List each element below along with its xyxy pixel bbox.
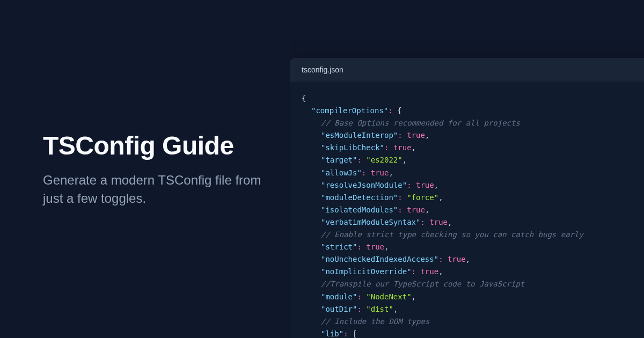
code-token-colon: : <box>412 267 421 276</box>
code-token-key: "allowJs" <box>321 168 362 177</box>
code-token-comma: , <box>384 243 389 251</box>
code-token-comma: , <box>393 305 398 313</box>
code-token-str: "es2022" <box>366 156 402 164</box>
code-line: "strict": true, <box>302 241 643 253</box>
code-token-comma: , <box>389 168 393 177</box>
page-title: TSConfig Guide <box>43 131 268 160</box>
code-token-key: "compilerOptions" <box>311 106 388 115</box>
code-token-bool: true <box>416 181 434 189</box>
code-line: "target": "es2022", <box>302 154 643 166</box>
code-token-comment: // Base Options recommended for all proj… <box>321 119 520 127</box>
code-token-key: "verbatimModuleSyntax" <box>321 218 420 226</box>
code-token-bool: true <box>366 243 384 251</box>
code-token-comma: , <box>438 267 443 276</box>
code-line: "noImplicitOverride": true, <box>302 266 643 278</box>
code-token-brace: { <box>302 94 306 102</box>
editor-panel: tsconfig.json {"compilerOptions": {// Ba… <box>290 0 644 338</box>
code-token-comma: , <box>438 193 443 202</box>
code-token-str: "dist" <box>366 305 393 313</box>
code-token-comma: , <box>448 218 452 226</box>
code-token-key: "skipLibCheck" <box>321 143 384 152</box>
code-line: "verbatimModuleSyntax": true, <box>302 216 643 229</box>
code-line: { <box>302 92 643 105</box>
code-line: "skipLibCheck": true, <box>302 142 643 154</box>
code-token-comment: // Enable strict type checking so you ca… <box>321 230 583 239</box>
code-token-key: "esModuleInterop" <box>321 131 398 139</box>
code-editor: tsconfig.json {"compilerOptions": {// Ba… <box>290 58 644 338</box>
code-line: "lib": [ <box>302 328 643 338</box>
code-token-comma: , <box>402 156 407 164</box>
code-token-colon: : <box>398 205 407 214</box>
code-token-str: "NodeNext" <box>366 292 411 301</box>
code-line: "noUncheckedIndexedAccess": true, <box>302 253 643 266</box>
code-token-key: "module" <box>321 292 357 301</box>
code-token-colon: : <box>357 292 366 301</box>
code-token-bool: true <box>429 218 448 226</box>
code-line: "esModuleInterop": true, <box>302 129 643 142</box>
code-token-colon: : <box>357 243 366 251</box>
code-token-bool: true <box>371 168 389 177</box>
code-token-key: "strict" <box>321 243 357 251</box>
code-token-comma: , <box>412 292 416 301</box>
code-token-comment: //Transpile our TypeScript code to JavaS… <box>321 280 524 288</box>
code-token-comment: // Include the DOM types <box>321 317 429 326</box>
code-token-key: "noImplicitOverride" <box>321 267 412 276</box>
code-line: // Base Options recommended for all proj… <box>302 117 643 129</box>
code-token-colon: : <box>357 156 366 164</box>
page-subtitle: Generate a modern TSConfig file from jus… <box>43 171 268 207</box>
code-token-str: "force" <box>407 193 438 202</box>
code-line: //Transpile our TypeScript code to JavaS… <box>302 278 643 290</box>
code-token-bool: true <box>393 143 412 152</box>
code-token-colon: : <box>357 305 366 313</box>
code-token-colon: : <box>398 131 407 139</box>
code-token-colon: : <box>438 255 448 263</box>
code-line: "module": "NodeNext", <box>302 291 643 303</box>
code-token-colon: : <box>407 181 416 189</box>
code-line: "isolatedModules": true, <box>302 204 643 216</box>
editor-body: {"compilerOptions": {// Base Options rec… <box>290 82 644 338</box>
code-line: // Include the DOM types <box>302 315 643 328</box>
code-token-brace: { <box>393 106 402 115</box>
code-token-key: "outDir" <box>321 305 357 313</box>
code-token-colon: : <box>362 168 371 177</box>
code-line: // Enable strict type checking so you ca… <box>302 229 643 241</box>
code-token-colon: : <box>420 218 429 226</box>
code-token-bool: true <box>407 131 425 139</box>
code-token-colon: : <box>343 329 353 338</box>
code-token-key: "moduleDetection" <box>321 193 398 202</box>
editor-filename: tsconfig.json <box>290 58 644 82</box>
code-token-colon: : <box>398 193 407 202</box>
code-token-key: "resolveJsonModule" <box>321 181 407 189</box>
code-token-comma: , <box>466 255 470 263</box>
code-token-comma: , <box>425 131 429 139</box>
code-token-colon: : <box>384 143 393 152</box>
code-token-bool: true <box>448 255 466 263</box>
code-token-key: "target" <box>321 156 357 164</box>
code-token-bool: true <box>407 205 425 214</box>
code-token-colon: : <box>388 106 392 115</box>
code-token-key: "isolatedModules" <box>321 205 398 214</box>
code-token-comma: , <box>434 181 438 189</box>
code-token-key: "lib" <box>321 329 343 338</box>
code-token-brace: [ <box>353 329 357 338</box>
code-line: "allowJs": true, <box>302 167 643 179</box>
code-line: "outDir": "dist", <box>302 303 643 315</box>
hero-panel: TSConfig Guide Generate a modern TSConfi… <box>0 131 290 207</box>
code-token-comma: , <box>412 143 416 152</box>
code-token-comma: , <box>425 205 429 214</box>
code-line: "resolveJsonModule": true, <box>302 179 643 192</box>
code-token-key: "noUncheckedIndexedAccess" <box>321 255 438 263</box>
code-line: "compilerOptions": { <box>302 105 643 117</box>
code-token-bool: true <box>420 267 438 276</box>
code-line: "moduleDetection": "force", <box>302 192 643 204</box>
